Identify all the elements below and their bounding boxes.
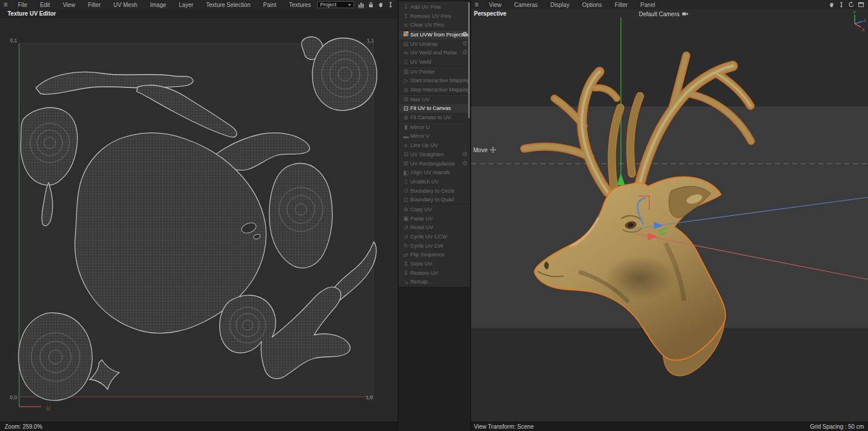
- menu-view[interactable]: View: [483, 2, 508, 8]
- menu-group: ⊞Max UV⊡Fit UV to Canvas⊕Fit Canvas to U…: [399, 94, 470, 122]
- mirror-v-icon: ▬: [402, 133, 410, 139]
- uv-editor-menubar: ≡ FileEditViewFilterUV MeshImageLayerTex…: [0, 0, 398, 9]
- pane-title: Texture UV Editor: [0, 9, 398, 18]
- menu-paint[interactable]: Paint: [257, 2, 283, 8]
- copy-icon: ⧉: [402, 206, 410, 213]
- menu-item-label: Max UV: [410, 97, 429, 102]
- fit-uv-icon: ⊡: [402, 105, 410, 112]
- gear-icon: ⚙: [462, 40, 468, 47]
- viewport-toolbar-icons: [828, 1, 865, 8]
- fit-canvas-to-uv-menu-item: ⊕Fit Canvas to UV: [399, 113, 470, 122]
- menu-options[interactable]: Options: [576, 2, 608, 8]
- store-uv-menu-item: ⊼Store UV: [399, 259, 470, 268]
- uv-weld-and-relax-menu-item: ⇋UV Weld and Relax⚙: [399, 48, 470, 57]
- projection-icon: [402, 31, 410, 38]
- pin-add-icon: ↧: [402, 3, 410, 10]
- set-uvw-from-projection-menu-item[interactable]: Set UVW from Projection⚙: [399, 30, 470, 39]
- histogram-icon[interactable]: [358, 1, 365, 8]
- menu-view[interactable]: View: [56, 2, 82, 8]
- u-axis-label: U: [46, 406, 50, 411]
- menu-item-label: Cycle UV CCW: [410, 234, 447, 240]
- viewport-type-label[interactable]: Perspective: [474, 10, 506, 17]
- camera-icon: [682, 10, 689, 17]
- menu-item-label: UV Peeler: [410, 69, 435, 75]
- menu-scrollbar[interactable]: [468, 2, 470, 118]
- uv-editor-toolbar-icons: [358, 1, 394, 8]
- flip-sequence-menu-item: ⇄Flip Sequence: [399, 251, 470, 260]
- neck-shadow: [605, 256, 674, 300]
- active-camera-label[interactable]: Default Camera: [639, 10, 689, 17]
- menu-item-label: UV Weld: [410, 59, 432, 65]
- store-icon: ⊼: [402, 261, 410, 267]
- gear-icon[interactable]: ⚙: [462, 31, 468, 38]
- pan-vertical-icon[interactable]: [838, 1, 845, 8]
- viewport-canvas: Y Z X: [471, 9, 868, 422]
- menu-uv-mesh[interactable]: UV Mesh: [107, 2, 144, 8]
- menu-display[interactable]: Display: [544, 2, 576, 8]
- menu-item-label: Boundary to Circle: [410, 188, 454, 194]
- cycle-uv-ccw-menu-item: ↺Cycle UV CCW: [399, 232, 470, 241]
- hand-icon[interactable]: [828, 1, 835, 8]
- menu-filter[interactable]: Filter: [608, 2, 634, 8]
- menu-filter[interactable]: Filter: [82, 2, 107, 8]
- menu-item-label: Clear UV Pins: [410, 22, 444, 28]
- restore-uv-menu-item: ⊻Restore UV: [399, 268, 470, 278]
- move-icon: [490, 146, 496, 153]
- gear-icon: ⚙: [462, 49, 468, 56]
- menu-item-label: Unstitch UV: [410, 179, 439, 185]
- gear-icon: ⚙: [462, 150, 468, 158]
- menu-item-label: Cycle UV CW: [410, 243, 443, 249]
- menu-cameras[interactable]: Cameras: [508, 2, 545, 8]
- hand-icon[interactable]: [377, 1, 384, 8]
- menu-textures[interactable]: Textures: [283, 2, 318, 8]
- menu-item-label: Start Interactive Mapping: [410, 78, 470, 83]
- menu-item-label: Line Up UV: [410, 142, 438, 148]
- align-islands-icon: ◧: [402, 170, 410, 176]
- menu-item-label: Fit UV to Canvas: [410, 105, 451, 111]
- peeler-icon: ▥: [402, 68, 410, 75]
- uv-canvas[interactable]: [0, 9, 398, 422]
- paste-uv-menu-item: ▣Paste UV: [399, 214, 470, 223]
- uv-straighten-menu-item: ⊟UV Straighten⚙: [399, 150, 470, 159]
- menu-layer[interactable]: Layer: [172, 2, 200, 8]
- menu-item-label: Set UVW from Projection: [410, 32, 470, 38]
- uv-editor-toolbar: Project ▼: [317, 1, 398, 8]
- fit-uv-to-canvas-menu-item[interactable]: ⊡Fit UV to Canvas: [399, 104, 470, 113]
- align-uv-islands-menu-item: ◧Align UV Islands: [399, 168, 470, 177]
- viewport-menubar: ≡ ViewCamerasDisplayOptionsFilterPanel: [471, 0, 868, 9]
- menu-item-label: Store UV: [410, 261, 432, 267]
- hamburger-menu-icon[interactable]: ≡: [0, 1, 12, 9]
- boundary-to-quad-menu-item: ⊡Boundary to Quad: [399, 195, 470, 204]
- menu-image[interactable]: Image: [144, 2, 172, 8]
- add-uv-pins-menu-item: ↧Add UV Pins: [399, 2, 470, 12]
- remap-icon: ↘: [402, 279, 410, 285]
- uv-corner-10: 1,0: [366, 395, 373, 400]
- hamburger-menu-icon[interactable]: ≡: [471, 1, 483, 9]
- project-dropdown[interactable]: Project ▼: [317, 1, 354, 8]
- menu-panel[interactable]: Panel: [634, 2, 662, 8]
- uv-commands-column: ↧Add UV Pins↥Remove UV Pins✕Clear UV Pin…: [398, 0, 471, 431]
- clear-uv-pins-menu-item: ✕Clear UV Pins: [399, 20, 470, 30]
- unstitch-icon: ▯: [402, 178, 410, 185]
- viewport-statusbar: View Transform: Scene Grid Spacing : 50 …: [471, 422, 868, 431]
- menu-item-label: UV Rectangularize: [410, 161, 455, 167]
- menu-texture-selection[interactable]: Texture Selection: [200, 2, 257, 8]
- unstitch-uv-menu-item: ▯Unstitch UV: [399, 177, 470, 186]
- stop-icon: ⊘: [402, 87, 410, 93]
- zoom-level: Zoom: 259.0%: [5, 423, 42, 430]
- menu-edit[interactable]: Edit: [34, 2, 56, 8]
- maximize-icon[interactable]: [858, 1, 865, 8]
- menu-item-label: UV Weld and Relax: [410, 50, 457, 56]
- uv-unwrap-menu-item: ▤UV Unwrap⚙: [399, 39, 470, 49]
- menu-item-label: UV Straighten: [410, 152, 444, 157]
- menu-item-label: Fit Canvas to UV: [410, 115, 451, 120]
- line-up-icon: ≡: [402, 142, 410, 149]
- pan-vertical-icon[interactable]: [387, 1, 394, 8]
- active-tool-label[interactable]: Move: [473, 146, 496, 153]
- perspective-viewport[interactable]: Y Z X Perspective Default Camera Move: [471, 9, 868, 422]
- lock-icon[interactable]: [367, 1, 374, 8]
- start-interactive-mapping-menu-item: ▷Start Interactive Mapping: [399, 76, 470, 86]
- menu-file[interactable]: File: [12, 2, 34, 8]
- menu-group: ↧Add UV Pins↥Remove UV Pins✕Clear UV Pin…: [399, 2, 470, 30]
- rotate-icon[interactable]: [848, 1, 855, 8]
